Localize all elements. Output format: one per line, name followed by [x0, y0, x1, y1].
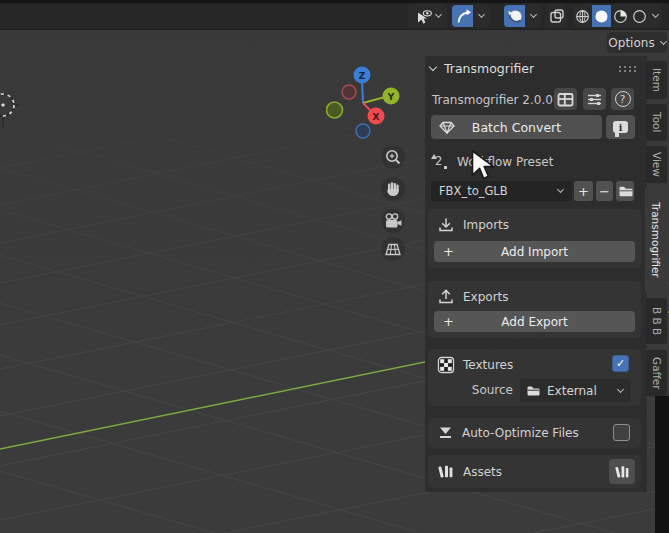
camera-view-button[interactable]	[381, 209, 405, 233]
shading-material-preview[interactable]	[611, 5, 630, 27]
shading-rendered[interactable]	[630, 5, 649, 27]
pan-button[interactable]	[381, 177, 405, 201]
add-import-label: Add Import	[501, 245, 568, 259]
info-button[interactable]: i	[606, 115, 635, 139]
addon-help-button[interactable]: ?	[611, 88, 634, 110]
batch-convert-button[interactable]: Batch Convert	[431, 115, 602, 139]
imports-box: Imports + Add Import	[428, 209, 641, 268]
check-icon: ✓	[616, 357, 625, 370]
navigation-gizmo[interactable]: Z Y X	[326, 62, 402, 140]
perspective-toggle-button[interactable]	[381, 237, 405, 261]
panel-title: Transmogrifier	[444, 61, 534, 76]
asset-library-icon	[437, 463, 455, 480]
preset-folder-button[interactable]	[616, 181, 634, 201]
xray-toggle-group[interactable]	[504, 5, 541, 27]
auto-optimize-checkbox[interactable]: ✓	[613, 424, 630, 441]
auto-optimize-box: Auto-Optimize Files ✓	[428, 418, 641, 448]
gizmo-z-label: Z	[359, 70, 366, 81]
exports-title: Exports	[463, 290, 509, 304]
sidebar-panel: Transmogrifier Transmogrifier 2.0.0 ?	[425, 56, 647, 492]
imports-title: Imports	[463, 218, 509, 232]
optimize-funnel-icon	[437, 424, 454, 441]
blender-window: Options Z Y X	[0, 0, 669, 533]
xray-toggle[interactable]	[504, 5, 525, 27]
region-overlap-button[interactable]	[546, 5, 567, 27]
material-preview-icon	[613, 9, 628, 24]
overlays-toggle[interactable]	[452, 5, 473, 27]
tab-b-b-b[interactable]: B B B	[646, 297, 668, 345]
collapse-chevron-icon	[429, 63, 437, 71]
gizmo-neg-z-ball[interactable]	[356, 124, 370, 138]
shading-mode-group[interactable]	[573, 5, 661, 27]
addon-window-button[interactable]	[554, 88, 577, 110]
folder-icon	[526, 384, 540, 397]
source-label: Source	[448, 383, 513, 397]
assets-header[interactable]: Assets	[437, 463, 502, 480]
chevron-down-icon	[434, 11, 441, 18]
chevron-down-icon	[477, 11, 484, 18]
overlays-toggle-group[interactable]	[452, 5, 489, 27]
hand-icon	[384, 180, 402, 198]
preset-icon: 2	[431, 153, 448, 171]
info-bubble-icon: i	[613, 121, 628, 133]
overlays-dropdown[interactable]	[473, 5, 489, 27]
gizmo-neg-y-ball[interactable]	[327, 102, 343, 118]
options-button[interactable]: Options	[607, 32, 667, 53]
assets-title: Assets	[463, 465, 502, 479]
tab-transmogrifier[interactable]: Transmogrifier	[645, 187, 668, 292]
panel-drag-handle[interactable]	[619, 66, 637, 73]
chevron-down-icon	[617, 385, 624, 392]
checker-texture-icon	[437, 356, 455, 374]
tab-tool[interactable]: Tool	[646, 103, 668, 142]
chevron-down-icon	[660, 37, 667, 44]
exports-header[interactable]: Exports	[437, 288, 509, 306]
select-visibility-dropdown[interactable]	[408, 5, 447, 27]
shading-wireframe[interactable]	[573, 5, 592, 27]
perspective-grid-icon	[384, 240, 402, 258]
chevron-down-icon	[651, 11, 658, 18]
auto-optimize-header[interactable]: Auto-Optimize Files	[437, 424, 579, 441]
tab-item[interactable]: Item	[646, 60, 668, 100]
magnifier-plus-icon	[384, 148, 402, 166]
preset-select[interactable]: FBX_to_GLB	[431, 181, 572, 201]
arc-arrow-icon	[455, 8, 471, 24]
assets-box: Assets	[428, 455, 641, 488]
textures-checkbox[interactable]: ✓	[612, 355, 629, 372]
addon-version-label: Transmogrifier 2.0.0	[432, 93, 553, 107]
mouse-cursor	[471, 150, 497, 182]
exports-box: Exports + Add Export	[428, 281, 641, 338]
shading-solid[interactable]	[592, 5, 611, 27]
source-dropdown[interactable]: External	[520, 379, 631, 402]
plus-icon: +	[443, 314, 454, 329]
auto-optimize-title: Auto-Optimize Files	[462, 426, 579, 440]
chevron-down-icon	[557, 186, 564, 193]
add-export-button[interactable]: + Add Export	[434, 311, 635, 332]
gizmo-neg-x-ball[interactable]	[342, 85, 356, 99]
preset-add-button[interactable]: +	[574, 181, 593, 201]
tab-gaffer[interactable]: Gaffer	[646, 349, 668, 397]
add-import-button[interactable]: + Add Import	[434, 241, 635, 262]
convert-cube-icon	[438, 118, 456, 136]
xray-dropdown[interactable]	[525, 5, 541, 27]
viewport-header	[0, 3, 669, 30]
tab-view[interactable]: View	[646, 145, 668, 184]
camera-icon	[383, 212, 403, 230]
imports-header[interactable]: Imports	[437, 216, 509, 234]
3d-cursor	[0, 92, 20, 138]
addon-preferences-button[interactable]	[583, 88, 606, 110]
help-icon: ?	[615, 91, 631, 107]
gizmo-x-label: X	[372, 111, 380, 122]
folder-icon	[618, 184, 633, 198]
shading-dropdown[interactable]	[649, 5, 661, 27]
solid-shading-icon	[594, 9, 609, 24]
export-icon	[437, 288, 455, 306]
textures-box: Textures ✓ Source External	[428, 349, 641, 406]
preset-remove-button[interactable]: −	[596, 181, 613, 201]
zoom-button[interactable]	[381, 145, 405, 169]
assets-settings-button[interactable]	[609, 459, 635, 484]
textures-header[interactable]: Textures	[437, 356, 513, 374]
add-export-label: Add Export	[501, 315, 567, 329]
rotate-sphere-icon	[507, 8, 523, 24]
panel-header[interactable]: Transmogrifier	[430, 61, 534, 76]
wireframe-icon	[575, 9, 590, 24]
